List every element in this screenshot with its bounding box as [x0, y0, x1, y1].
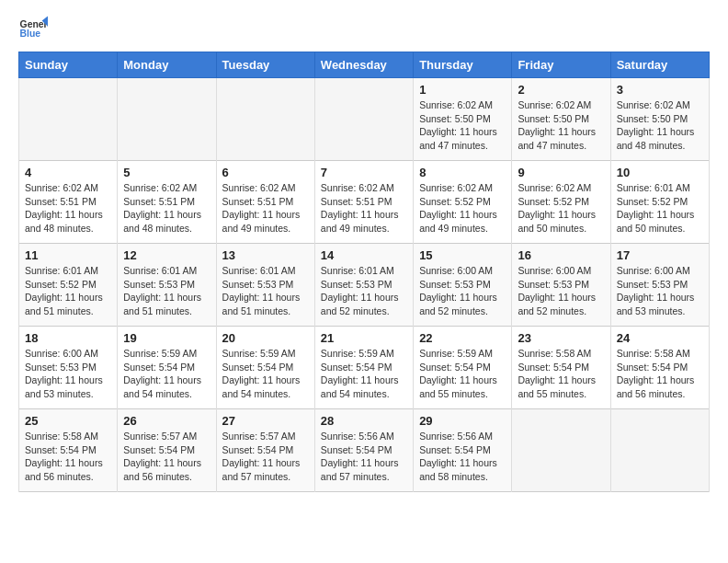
day-cell [610, 409, 709, 492]
week-row-2: 4Sunrise: 6:02 AM Sunset: 5:51 PM Daylig… [19, 161, 710, 244]
day-info: Sunrise: 6:01 AM Sunset: 5:52 PM Dayligh… [617, 181, 703, 236]
day-info: Sunrise: 5:59 AM Sunset: 5:54 PM Dayligh… [321, 347, 407, 401]
day-cell: 25Sunrise: 5:58 AM Sunset: 5:54 PM Dayli… [19, 409, 118, 492]
day-cell [314, 78, 413, 161]
day-info: Sunrise: 6:00 AM Sunset: 5:53 PM Dayligh… [518, 264, 604, 318]
day-info: Sunrise: 6:02 AM Sunset: 5:50 PM Dayligh… [419, 98, 506, 153]
day-info: Sunrise: 5:57 AM Sunset: 5:54 PM Dayligh… [222, 430, 309, 484]
day-number: 10 [617, 166, 703, 179]
day-cell [19, 78, 118, 161]
day-number: 1 [419, 83, 506, 97]
day-cell: 16Sunrise: 6:00 AM Sunset: 5:53 PM Dayli… [512, 244, 610, 327]
day-info: Sunrise: 5:58 AM Sunset: 5:54 PM Dayligh… [617, 347, 703, 401]
day-number: 13 [222, 248, 309, 262]
day-number: 4 [25, 166, 111, 179]
day-cell: 6Sunrise: 6:02 AM Sunset: 5:51 PM Daylig… [216, 161, 314, 244]
day-info: Sunrise: 6:00 AM Sunset: 5:53 PM Dayligh… [25, 347, 111, 401]
week-row-4: 18Sunrise: 6:00 AM Sunset: 5:53 PM Dayli… [19, 327, 710, 409]
day-info: Sunrise: 5:58 AM Sunset: 5:54 PM Dayligh… [518, 347, 604, 401]
day-cell [216, 78, 314, 161]
day-number: 8 [419, 166, 506, 179]
day-cell [512, 409, 610, 492]
calendar-table: SundayMondayTuesdayWednesdayThursdayFrid… [18, 52, 710, 492]
day-cell [118, 78, 216, 161]
day-info: Sunrise: 6:02 AM Sunset: 5:51 PM Dayligh… [25, 181, 111, 236]
day-number: 21 [321, 331, 407, 345]
day-info: Sunrise: 5:56 AM Sunset: 5:54 PM Dayligh… [419, 430, 506, 484]
day-cell: 10Sunrise: 6:01 AM Sunset: 5:52 PM Dayli… [610, 161, 709, 244]
day-info: Sunrise: 6:02 AM Sunset: 5:51 PM Dayligh… [321, 181, 407, 236]
day-info: Sunrise: 6:02 AM Sunset: 5:52 PM Dayligh… [419, 181, 506, 236]
day-cell: 18Sunrise: 6:00 AM Sunset: 5:53 PM Dayli… [19, 327, 118, 409]
day-number: 17 [617, 248, 703, 262]
day-info: Sunrise: 5:56 AM Sunset: 5:54 PM Dayligh… [321, 430, 407, 484]
day-cell: 11Sunrise: 6:01 AM Sunset: 5:52 PM Dayli… [19, 244, 118, 327]
day-info: Sunrise: 6:01 AM Sunset: 5:52 PM Dayligh… [25, 264, 111, 318]
week-row-1: 1Sunrise: 6:02 AM Sunset: 5:50 PM Daylig… [19, 78, 710, 161]
day-cell: 17Sunrise: 6:00 AM Sunset: 5:53 PM Dayli… [610, 244, 709, 327]
day-number: 12 [123, 248, 210, 262]
day-number: 20 [222, 331, 309, 345]
day-info: Sunrise: 6:00 AM Sunset: 5:53 PM Dayligh… [419, 264, 506, 318]
day-cell: 28Sunrise: 5:56 AM Sunset: 5:54 PM Dayli… [314, 409, 413, 492]
day-info: Sunrise: 6:02 AM Sunset: 5:50 PM Dayligh… [617, 98, 703, 153]
day-cell: 14Sunrise: 6:01 AM Sunset: 5:53 PM Dayli… [314, 244, 413, 327]
day-info: Sunrise: 5:59 AM Sunset: 5:54 PM Dayligh… [419, 347, 506, 401]
day-number: 22 [419, 331, 506, 345]
col-header-friday: Friday [512, 52, 610, 78]
day-cell: 27Sunrise: 5:57 AM Sunset: 5:54 PM Dayli… [216, 409, 314, 492]
day-number: 26 [123, 414, 210, 428]
day-number: 11 [25, 248, 111, 262]
day-cell: 3Sunrise: 6:02 AM Sunset: 5:50 PM Daylig… [610, 78, 709, 161]
day-cell: 1Sunrise: 6:02 AM Sunset: 5:50 PM Daylig… [414, 78, 512, 161]
day-number: 23 [518, 331, 604, 345]
day-cell: 2Sunrise: 6:02 AM Sunset: 5:50 PM Daylig… [512, 78, 610, 161]
day-cell: 12Sunrise: 6:01 AM Sunset: 5:53 PM Dayli… [118, 244, 216, 327]
col-header-saturday: Saturday [610, 52, 709, 78]
day-info: Sunrise: 5:57 AM Sunset: 5:54 PM Dayligh… [123, 430, 210, 484]
day-number: 27 [222, 414, 309, 428]
day-cell: 22Sunrise: 5:59 AM Sunset: 5:54 PM Dayli… [414, 327, 512, 409]
day-info: Sunrise: 5:58 AM Sunset: 5:54 PM Dayligh… [25, 430, 111, 484]
day-number: 24 [617, 331, 703, 345]
page-header: General Blue [18, 15, 710, 44]
logo: General Blue [18, 15, 51, 44]
day-cell: 29Sunrise: 5:56 AM Sunset: 5:54 PM Dayli… [414, 409, 512, 492]
day-cell: 24Sunrise: 5:58 AM Sunset: 5:54 PM Dayli… [610, 327, 709, 409]
day-cell: 7Sunrise: 6:02 AM Sunset: 5:51 PM Daylig… [314, 161, 413, 244]
day-info: Sunrise: 6:01 AM Sunset: 5:53 PM Dayligh… [321, 264, 407, 318]
day-info: Sunrise: 6:01 AM Sunset: 5:53 PM Dayligh… [222, 264, 309, 318]
day-cell: 23Sunrise: 5:58 AM Sunset: 5:54 PM Dayli… [512, 327, 610, 409]
week-row-5: 25Sunrise: 5:58 AM Sunset: 5:54 PM Dayli… [19, 409, 710, 492]
day-cell: 5Sunrise: 6:02 AM Sunset: 5:51 PM Daylig… [118, 161, 216, 244]
logo-icon: General Blue [18, 15, 48, 44]
col-header-sunday: Sunday [19, 52, 118, 78]
day-number: 2 [518, 83, 604, 97]
day-number: 6 [222, 166, 309, 179]
day-info: Sunrise: 6:02 AM Sunset: 5:52 PM Dayligh… [518, 181, 604, 236]
day-cell: 21Sunrise: 5:59 AM Sunset: 5:54 PM Dayli… [314, 327, 413, 409]
day-number: 16 [518, 248, 604, 262]
day-number: 29 [419, 414, 506, 428]
day-info: Sunrise: 5:59 AM Sunset: 5:54 PM Dayligh… [222, 347, 309, 401]
day-info: Sunrise: 6:01 AM Sunset: 5:53 PM Dayligh… [123, 264, 210, 318]
day-number: 5 [123, 166, 210, 179]
day-cell: 26Sunrise: 5:57 AM Sunset: 5:54 PM Dayli… [118, 409, 216, 492]
day-number: 28 [321, 414, 407, 428]
col-header-wednesday: Wednesday [314, 52, 413, 78]
day-cell: 20Sunrise: 5:59 AM Sunset: 5:54 PM Dayli… [216, 327, 314, 409]
day-cell: 13Sunrise: 6:01 AM Sunset: 5:53 PM Dayli… [216, 244, 314, 327]
day-info: Sunrise: 6:02 AM Sunset: 5:50 PM Dayligh… [518, 98, 604, 153]
svg-text:Blue: Blue [20, 29, 41, 39]
day-number: 25 [25, 414, 111, 428]
day-cell: 8Sunrise: 6:02 AM Sunset: 5:52 PM Daylig… [414, 161, 512, 244]
day-number: 19 [123, 331, 210, 345]
day-number: 3 [617, 83, 703, 97]
day-cell: 4Sunrise: 6:02 AM Sunset: 5:51 PM Daylig… [19, 161, 118, 244]
day-info: Sunrise: 6:02 AM Sunset: 5:51 PM Dayligh… [123, 181, 210, 236]
day-number: 15 [419, 248, 506, 262]
day-cell: 19Sunrise: 5:59 AM Sunset: 5:54 PM Dayli… [118, 327, 216, 409]
day-number: 18 [25, 331, 111, 345]
day-info: Sunrise: 6:00 AM Sunset: 5:53 PM Dayligh… [617, 264, 703, 318]
day-info: Sunrise: 5:59 AM Sunset: 5:54 PM Dayligh… [123, 347, 210, 401]
